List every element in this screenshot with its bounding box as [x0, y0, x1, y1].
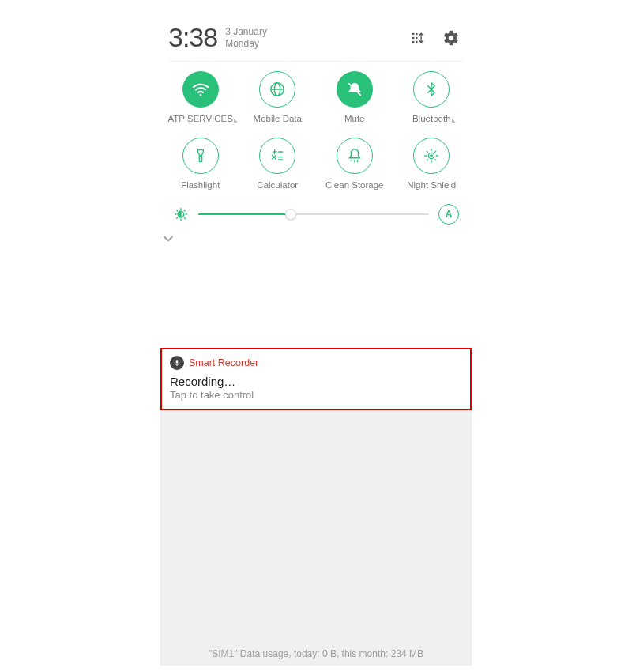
tile-label: Bluetooth: [412, 114, 451, 123]
flashlight-icon: [182, 138, 219, 174]
tile-clean-storage[interactable]: Clean Storage: [316, 138, 393, 190]
date-line1: 3 January: [225, 26, 267, 38]
broom-icon: [337, 138, 373, 174]
chevron-down-icon: [160, 231, 176, 247]
svg-point-6: [199, 94, 201, 96]
svg-point-9: [200, 155, 201, 157]
notification-app-name: Smart Recorder: [189, 357, 258, 368]
notification-title: Recording…: [170, 375, 462, 388]
bluetooth-icon: [413, 71, 450, 108]
tile-label: Mute: [344, 114, 365, 123]
tile-label: Flashlight: [181, 180, 220, 190]
date-line2: Monday: [225, 38, 267, 50]
status-header: 3:38 3 January Monday: [160, 6, 472, 61]
tile-label: ATP SERVICES: [168, 114, 233, 123]
gear-icon: [442, 29, 460, 47]
brightness-icon: [173, 206, 189, 222]
clock: 3:38: [168, 22, 217, 53]
tile-label: Night Shield: [407, 180, 456, 190]
tile-bluetooth[interactable]: Bluetooth: [393, 71, 471, 123]
tile-flashlight[interactable]: Flashlight: [162, 138, 239, 190]
svg-point-0: [412, 32, 415, 35]
svg-point-3: [416, 36, 418, 39]
notification-subtitle: Tap to take control: [170, 389, 462, 401]
auto-brightness-toggle[interactable]: A: [438, 204, 459, 225]
notification-area: Smart Recorder Recording… Tap to take co…: [160, 275, 472, 666]
night-shield-icon: [413, 138, 450, 174]
notification-card[interactable]: Smart Recorder Recording… Tap to take co…: [160, 348, 472, 410]
svg-point-11: [431, 155, 432, 157]
date: 3 January Monday: [225, 26, 267, 50]
svg-point-4: [412, 40, 415, 43]
quick-settings-grid: ATP SERVICES Mobile Data Mute Bluetooth: [160, 62, 472, 193]
mute-icon: [337, 71, 373, 108]
brightness-slider[interactable]: [198, 206, 429, 222]
svg-point-2: [412, 36, 415, 39]
data-usage-footer: "SIM1" Data usage, today: 0 B, this mont…: [160, 648, 472, 659]
reorder-tiles-button[interactable]: [405, 25, 431, 51]
tile-mute[interactable]: Mute: [316, 71, 393, 123]
notification-shade: 3:38 3 January Monday ATP SERVIC: [160, 6, 472, 666]
mic-icon: [170, 356, 184, 370]
wifi-icon: [182, 71, 219, 108]
tile-night-shield[interactable]: Night Shield: [393, 138, 471, 190]
svg-point-1: [416, 32, 418, 35]
globe-icon: [259, 71, 295, 108]
calculator-icon: [259, 138, 295, 174]
tile-label: Clean Storage: [325, 180, 384, 190]
brightness-row: A: [160, 193, 472, 229]
tile-mobile-data[interactable]: Mobile Data: [239, 71, 317, 123]
reorder-icon: [410, 30, 426, 46]
tile-wifi[interactable]: ATP SERVICES: [162, 71, 239, 123]
collapse-chevron[interactable]: [160, 229, 472, 251]
tile-calculator[interactable]: Calculator: [239, 138, 317, 190]
tile-label: Mobile Data: [254, 114, 302, 123]
tile-label: Calculator: [257, 180, 298, 190]
settings-button[interactable]: [438, 25, 464, 51]
svg-point-5: [416, 40, 418, 43]
